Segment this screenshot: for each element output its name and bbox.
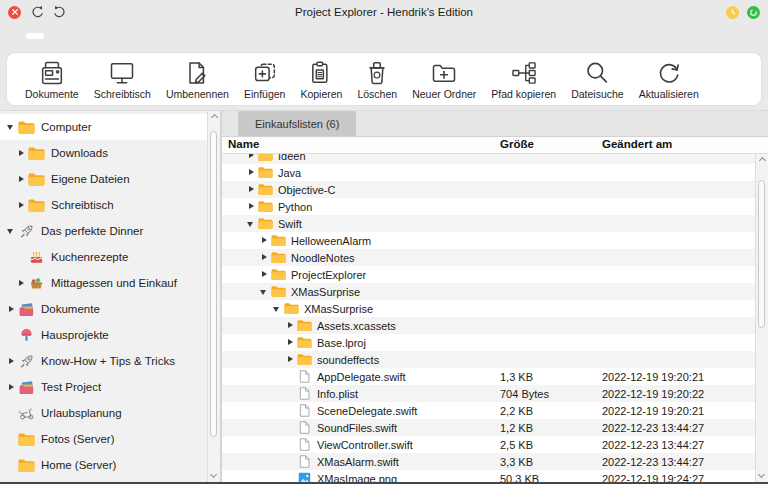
expand-arrow[interactable] [6,434,18,444]
table-row[interactable]: XMasImage.png 50,3 KB 2022-12-19 19:24:2… [222,470,755,482]
table-row[interactable]: ProjectExplorer [222,266,755,283]
expand-arrow[interactable] [285,457,297,467]
expand-arrow[interactable] [6,226,18,236]
expand-arrow[interactable] [6,330,18,340]
sidebar-item[interactable]: Fotos (Server) [0,426,207,452]
scroll-down-icon[interactable] [758,471,765,478]
expand-arrow[interactable] [259,253,271,263]
scrollbar-thumb[interactable] [210,131,217,437]
close-button[interactable] [8,6,21,19]
sidebar-item[interactable]: Home (Server) [0,452,207,478]
tab-einkaufslisten[interactable]: Einkaufslisten (6) [238,111,356,136]
expand-arrow[interactable] [246,168,258,178]
menu-item[interactable] [66,33,84,39]
table-row[interactable]: soundeffects [222,351,755,368]
sidebar-item[interactable]: Computer [0,114,207,140]
sidebar-item[interactable]: Mittagessen und Einkauf [0,270,207,296]
toolbar-button[interactable]: Pfad kopieren [485,58,562,101]
menu-item[interactable] [26,33,44,39]
sidebar-item[interactable]: Urlaubsplanung [0,400,207,426]
sidebar-item[interactable]: Schreibtisch [0,192,207,218]
expand-arrow[interactable] [285,406,297,416]
expand-arrow[interactable] [259,236,271,246]
table-row[interactable]: Objective-C [222,181,755,198]
menu-item[interactable] [186,33,204,39]
toolbar-button[interactable]: Einfügen [238,58,291,101]
toolbar-button[interactable]: Aktualisieren [633,58,705,101]
menu-item[interactable] [166,33,184,39]
toolbar-button[interactable]: Dateisuche [565,58,630,101]
menu-item[interactable] [46,33,64,39]
column-header-name[interactable]: Name [228,138,259,150]
table-row[interactable]: Info.plist 704 Bytes 2022-12-19 19:20:22 [222,385,755,402]
expand-arrow[interactable] [6,304,18,314]
table-row[interactable]: SoundFiles.swift 1,2 KB 2022-12-23 13:44… [222,419,755,436]
expand-arrow[interactable] [6,356,18,366]
maximize-button[interactable] [747,6,760,19]
table-row[interactable]: Ideen [222,154,755,164]
expand-arrow[interactable] [285,321,297,331]
sidebar-scrollbar[interactable] [207,111,220,482]
sidebar-item[interactable]: Know-How + Tips & Tricks [0,348,207,374]
expand-arrow[interactable] [285,474,297,483]
scroll-down-icon[interactable] [210,471,217,478]
expand-arrow[interactable] [16,200,28,210]
menu-item[interactable] [106,33,124,39]
file-list-scrollbar[interactable] [755,154,768,482]
toolbar-button[interactable]: Dokumente [19,58,85,101]
table-row[interactable]: Base.lproj [222,334,755,351]
column-header-modified[interactable]: Geändert am [602,138,672,150]
expand-arrow[interactable] [6,122,18,132]
expand-arrow[interactable] [246,185,258,195]
table-row[interactable]: ViewController.swift 2,5 KB 2022-12-23 1… [222,436,755,453]
expand-arrow[interactable] [285,389,297,399]
expand-arrow[interactable] [246,202,258,212]
table-row[interactable]: XMasSurprise [222,283,755,300]
sidebar-item[interactable]: Downloads [0,140,207,166]
expand-arrow[interactable] [16,148,28,158]
sidebar-item[interactable]: Hausprojekte [0,322,207,348]
menu-item[interactable] [86,33,104,39]
table-row[interactable]: AppDelegate.swift 1,3 KB 2022-12-19 19:2… [222,368,755,385]
expand-arrow[interactable] [285,440,297,450]
column-header-size[interactable]: Größe [500,138,534,150]
expand-arrow[interactable] [272,304,284,314]
expand-arrow[interactable] [6,460,18,470]
expand-arrow[interactable] [285,338,297,348]
expand-arrow[interactable] [285,372,297,382]
expand-arrow[interactable] [246,154,258,161]
table-row[interactable]: XMasAlarm.swift 3,3 KB 2022-12-23 13:44:… [222,453,755,470]
scroll-up-icon[interactable] [758,157,765,164]
expand-arrow[interactable] [259,270,271,280]
table-row[interactable]: NoodleNotes [222,249,755,266]
expand-arrow[interactable] [6,382,18,392]
expand-arrow[interactable] [285,355,297,365]
table-row[interactable]: Assets.xcassets [222,317,755,334]
expand-arrow[interactable] [16,252,28,262]
expand-arrow[interactable] [246,219,258,229]
minimize-button[interactable] [726,6,739,19]
toolbar-button[interactable]: Löschen [351,58,403,101]
sidebar-item[interactable]: Das perfekte Dinner [0,218,207,244]
menu-item[interactable] [6,33,24,39]
expand-arrow[interactable] [285,423,297,433]
sidebar-item[interactable]: Kuchenrezepte [0,244,207,270]
table-row[interactable]: HelloweenAlarm [222,232,755,249]
toolbar-button[interactable]: Neuer Ordner [406,58,482,101]
sidebar-item[interactable]: Eigene Dateien [0,166,207,192]
toolbar-button[interactable]: Umbenennen [160,58,235,101]
menu-item[interactable] [126,33,144,39]
toolbar-button[interactable]: Kopieren [294,58,348,101]
scroll-up-icon[interactable] [210,114,217,121]
table-row[interactable]: XMasSurprise [222,300,755,317]
expand-arrow[interactable] [6,408,18,418]
toolbar-button[interactable]: Schreibtisch [88,58,157,101]
scrollbar-thumb[interactable] [758,180,765,328]
sidebar-item[interactable]: Dokumente [0,296,207,322]
expand-arrow[interactable] [16,278,28,288]
expand-arrow[interactable] [259,287,271,297]
redo-button[interactable] [53,5,67,19]
table-row[interactable]: SceneDelegate.swift 2,2 KB 2022-12-19 19… [222,402,755,419]
table-row[interactable]: Swift [222,215,755,232]
undo-button[interactable] [30,5,44,19]
